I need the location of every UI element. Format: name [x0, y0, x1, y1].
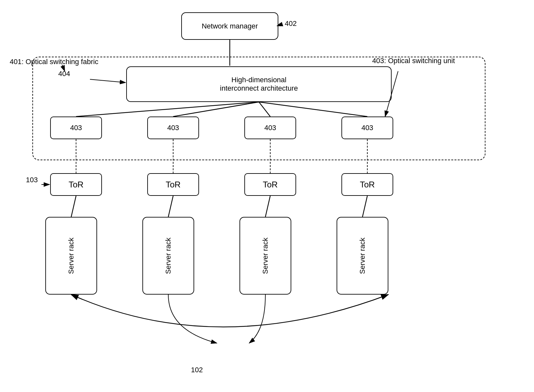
label-401: 401: Optical switching fabric: [10, 58, 98, 66]
tor-box-4: ToR: [341, 173, 393, 196]
network-manager-label: Network manager: [202, 22, 258, 30]
svg-line-15: [362, 196, 367, 217]
label-103: 103: [26, 176, 38, 184]
network-manager-box: Network manager: [181, 12, 278, 40]
optical-unit-box-4: 403: [341, 117, 393, 139]
diagram-container: Network manager 402 401: Optical switchi…: [0, 0, 534, 392]
tor-box-2: ToR: [147, 173, 199, 196]
hdia-box: High-dimensional interconnect architectu…: [126, 66, 392, 102]
server-rack-2: Server rack: [142, 217, 194, 295]
svg-line-14: [265, 196, 270, 217]
tor-box-1: ToR: [50, 173, 102, 196]
server-rack-1: Server rack: [45, 217, 97, 295]
tor-box-3: ToR: [244, 173, 296, 196]
label-403-desc: 403: Optical switching unit: [372, 57, 455, 65]
optical-unit-box-1: 403: [50, 117, 102, 139]
server-rack-3: Server rack: [239, 217, 291, 295]
svg-line-12: [71, 196, 76, 217]
label-404: 404: [58, 70, 70, 78]
label-102: 102: [191, 366, 203, 374]
label-402: 402: [285, 19, 297, 28]
server-rack-4: Server rack: [337, 217, 388, 295]
svg-line-13: [168, 196, 173, 217]
optical-unit-box-2: 403: [147, 117, 199, 139]
hdia-label: High-dimensional interconnect architectu…: [220, 76, 298, 93]
optical-unit-box-3: 403: [244, 117, 296, 139]
